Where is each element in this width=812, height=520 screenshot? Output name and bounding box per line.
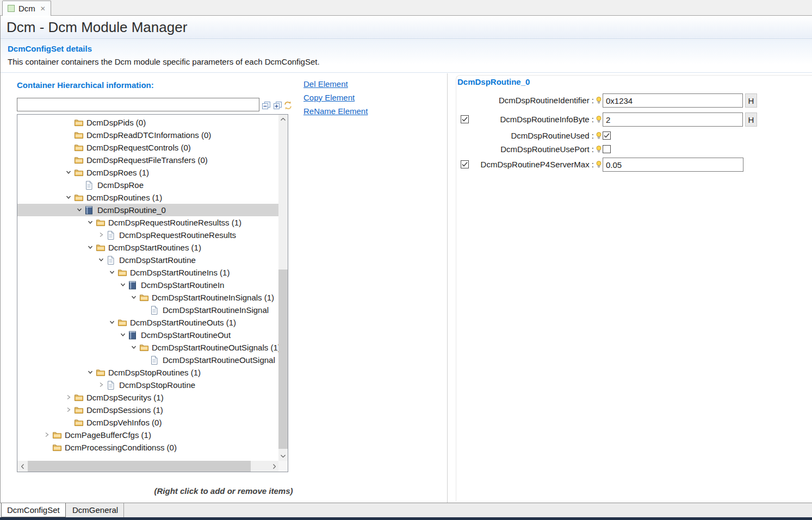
tree-item[interactable]: DcmDspRoes (1) bbox=[17, 166, 278, 179]
copy-element-link[interactable]: Copy Element bbox=[303, 93, 355, 102]
tree-item-label: DcmDspStartRoutineOutSignals (1) bbox=[152, 341, 278, 354]
chevron-down-icon[interactable] bbox=[86, 243, 94, 251]
chevron-down-icon[interactable] bbox=[97, 256, 105, 264]
hex-toggle-button[interactable]: H bbox=[745, 112, 757, 127]
tree-item[interactable]: DcmPageBufferCfgs (1) bbox=[17, 429, 278, 441]
editor-tab-dcm[interactable]: Dcm ✕ bbox=[2, 1, 51, 16]
chevron-down-icon[interactable] bbox=[65, 168, 72, 176]
tree-rows: DcmDspPids (0)DcmDspReadDTCInformations … bbox=[17, 115, 278, 461]
tree-item[interactable]: DcmDspPids (0) bbox=[17, 116, 278, 129]
tree-item-label: DcmDspStartRoutineOutSignal bbox=[163, 354, 275, 366]
document-icon bbox=[85, 181, 92, 192]
tree-item[interactable]: DcmDspStartRoutineOutSignals (1) bbox=[17, 341, 278, 354]
tree-item[interactable]: DcmDspStopRoutines (1) bbox=[17, 366, 278, 379]
scroll-left-arrow-icon[interactable] bbox=[17, 461, 28, 472]
chevron-down-icon[interactable] bbox=[130, 293, 138, 301]
tree-item[interactable]: DcmDspStartRoutineInSignal bbox=[17, 304, 278, 316]
tree-item-label: DcmDspStartRoutine bbox=[119, 254, 196, 266]
tree-item[interactable]: DcmDspStopRoutine bbox=[17, 379, 278, 391]
parameter-value-input[interactable] bbox=[603, 93, 743, 108]
tree-item[interactable]: DcmDspRoutine_0 bbox=[17, 204, 278, 216]
scroll-up-arrow-icon[interactable] bbox=[278, 115, 288, 124]
refresh-icon[interactable] bbox=[283, 101, 293, 110]
chevron-right-icon[interactable] bbox=[65, 406, 72, 414]
document-icon bbox=[151, 306, 158, 317]
chevron-down-icon[interactable] bbox=[86, 368, 94, 376]
chevron-down-icon[interactable] bbox=[86, 218, 94, 226]
chevron-down-icon[interactable] bbox=[76, 206, 83, 214]
bottom-tab-dcmgeneral[interactable]: DcmGeneral bbox=[67, 503, 124, 517]
tree-vertical-scrollbar[interactable] bbox=[278, 115, 288, 461]
tree-item-label: DcmDspSessions (1) bbox=[86, 404, 163, 416]
tree-item[interactable]: DcmDspStartRoutineIns (1) bbox=[17, 266, 278, 279]
folder-icon bbox=[118, 268, 127, 278]
parameter-value-checkbox[interactable] bbox=[603, 131, 611, 140]
tree-item[interactable]: DcmDspReadDTCInformations (0) bbox=[17, 129, 278, 141]
hex-toggle-button[interactable]: H bbox=[745, 93, 757, 108]
chevron-right-icon[interactable] bbox=[65, 393, 72, 401]
collapse-all-icon[interactable] bbox=[262, 101, 271, 110]
expand-all-icon[interactable] bbox=[273, 101, 282, 110]
del-element-link[interactable]: Del Element bbox=[303, 79, 348, 89]
tree-item[interactable]: DcmDspRequestRoutineResultss (1) bbox=[17, 216, 278, 229]
tree-item-label: DcmDspRequestFileTransfers (0) bbox=[86, 154, 208, 166]
vertical-scroll-thumb[interactable] bbox=[278, 270, 288, 449]
tree-item[interactable]: DcmDspStartRoutineOuts (1) bbox=[17, 316, 278, 329]
tree-item[interactable]: DcmDspRoe bbox=[17, 179, 278, 191]
chevron-down-icon[interactable] bbox=[108, 268, 116, 276]
folder-icon bbox=[75, 143, 83, 153]
bottom-tab-dcmconfigset[interactable]: DcmConfigSet bbox=[1, 503, 66, 517]
tree-item[interactable]: DcmDspRequestFileTransfers (0) bbox=[17, 154, 278, 166]
editor-tab-strip: Dcm ✕ bbox=[0, 0, 812, 16]
section-header-bar: DcmConfigSet details This container cont… bbox=[0, 40, 812, 73]
document-icon bbox=[107, 381, 114, 392]
close-icon[interactable]: ✕ bbox=[40, 5, 46, 12]
tree-item[interactable]: DcmDspStartRoutineInSignals (1) bbox=[17, 291, 278, 304]
tree-item-label: DcmDspRoutine_0 bbox=[97, 204, 166, 216]
tree-filter-input[interactable] bbox=[17, 98, 259, 111]
title-bar: Dcm - Dcm Module Manager bbox=[0, 16, 812, 39]
folder-icon bbox=[140, 293, 148, 303]
tree-item[interactable]: DcmDspRequestRoutineResults bbox=[17, 229, 278, 241]
tree-item[interactable]: DcmDspStartRoutine bbox=[17, 254, 278, 266]
horizontal-scroll-thumb[interactable] bbox=[28, 461, 251, 472]
folder-icon bbox=[75, 193, 83, 203]
folder-icon bbox=[75, 131, 83, 141]
document-icon bbox=[151, 356, 158, 367]
parameter-label: DcmDspRoutineUsed : bbox=[447, 130, 594, 141]
tree-item[interactable]: DcmDspStartRoutineOut bbox=[17, 329, 278, 341]
module-icon bbox=[8, 5, 15, 12]
chevron-right-icon[interactable] bbox=[97, 381, 105, 389]
tree-item[interactable]: DcmDspRoutines (1) bbox=[17, 191, 278, 204]
chevron-right-icon[interactable] bbox=[43, 431, 51, 438]
folder-icon bbox=[75, 406, 83, 416]
scroll-down-arrow-icon[interactable] bbox=[278, 452, 288, 461]
parameter-value-input[interactable] bbox=[603, 158, 743, 172]
tree-item[interactable]: DcmDspStartRoutineIn bbox=[17, 279, 278, 291]
tree-horizontal-scrollbar[interactable] bbox=[17, 461, 280, 472]
tree-item[interactable]: DcmProcessingConditionss (0) bbox=[17, 441, 278, 454]
chevron-right-icon[interactable] bbox=[97, 231, 105, 239]
tree-item[interactable]: DcmDspSessions (1) bbox=[17, 404, 278, 416]
chevron-down-icon[interactable] bbox=[119, 281, 127, 289]
rename-element-link[interactable]: ReName Element bbox=[303, 106, 368, 116]
tree-item-label: DcmDspStopRoutines (1) bbox=[108, 366, 201, 379]
tree-item-label: DcmDspStartRoutineInSignals (1) bbox=[152, 291, 274, 304]
chevron-down-icon[interactable] bbox=[130, 343, 138, 351]
tree-item-label: DcmDspStartRoutineOut bbox=[141, 329, 231, 341]
tree-item[interactable]: DcmDspSecuritys (1) bbox=[17, 391, 278, 404]
tree-item-label: DcmDspRoutines (1) bbox=[86, 191, 162, 204]
tree-item[interactable]: DcmDspStartRoutines (1) bbox=[17, 241, 278, 254]
parameter-label: DcmDspRoutineInfoByte : bbox=[447, 114, 594, 125]
chevron-down-icon[interactable] bbox=[65, 193, 72, 201]
parameter-value-input[interactable] bbox=[603, 112, 743, 127]
editor-tab-label: Dcm bbox=[18, 4, 35, 13]
tree-item[interactable]: DcmDspVehInfos (0) bbox=[17, 416, 278, 429]
folder-icon bbox=[53, 431, 61, 441]
chevron-down-icon[interactable] bbox=[119, 331, 127, 339]
chevron-down-icon[interactable] bbox=[108, 318, 116, 326]
tree-item[interactable]: DcmDspStartRoutineOutSignal bbox=[17, 354, 278, 366]
tree-item-label: DcmDspReadDTCInformations (0) bbox=[86, 129, 211, 141]
parameter-value-checkbox[interactable] bbox=[603, 145, 611, 153]
tree-item[interactable]: DcmDspRequestControls (0) bbox=[17, 141, 278, 154]
